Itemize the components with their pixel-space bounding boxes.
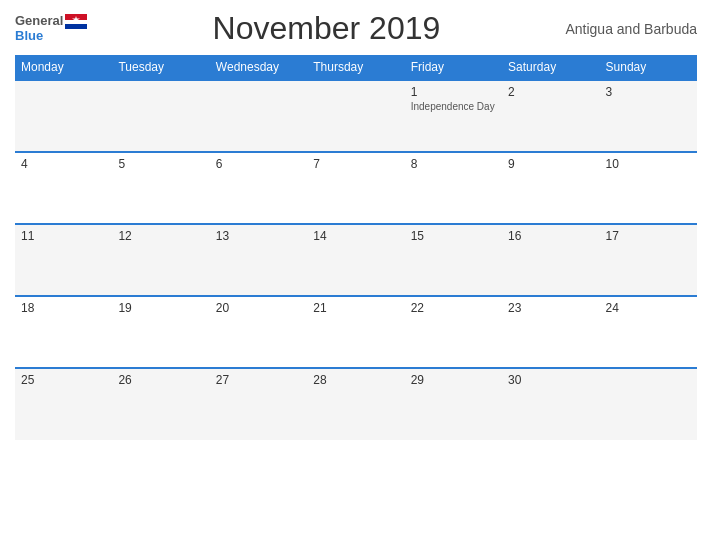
calendar-cell — [112, 80, 209, 152]
calendar-week-row: 252627282930 — [15, 368, 697, 440]
day-number: 2 — [508, 85, 593, 99]
header: General Blue November 2019 Antigua and B… — [15, 10, 697, 47]
calendar-cell: 8 — [405, 152, 502, 224]
day-number: 8 — [411, 157, 496, 171]
day-number: 20 — [216, 301, 301, 315]
day-number: 27 — [216, 373, 301, 387]
header-friday: Friday — [405, 55, 502, 80]
day-number: 24 — [606, 301, 691, 315]
day-number: 12 — [118, 229, 203, 243]
calendar-cell: 16 — [502, 224, 599, 296]
day-number: 9 — [508, 157, 593, 171]
day-number: 26 — [118, 373, 203, 387]
calendar-cell — [307, 80, 404, 152]
calendar-table: Monday Tuesday Wednesday Thursday Friday… — [15, 55, 697, 440]
day-number: 7 — [313, 157, 398, 171]
calendar-cell: 3 — [600, 80, 697, 152]
logo-general-text: General — [15, 14, 63, 28]
calendar-week-row: 1Independence Day23 — [15, 80, 697, 152]
day-number: 13 — [216, 229, 301, 243]
day-number: 28 — [313, 373, 398, 387]
calendar-cell: 28 — [307, 368, 404, 440]
calendar-cell: 1Independence Day — [405, 80, 502, 152]
calendar-cell: 23 — [502, 296, 599, 368]
country-label: Antigua and Barbuda — [565, 21, 697, 37]
calendar-cell: 10 — [600, 152, 697, 224]
day-number: 17 — [606, 229, 691, 243]
logo-blue-text: Blue — [15, 29, 43, 43]
calendar-cell: 17 — [600, 224, 697, 296]
day-number: 30 — [508, 373, 593, 387]
svg-rect-3 — [65, 20, 87, 24]
calendar-cell — [210, 80, 307, 152]
calendar-cell: 15 — [405, 224, 502, 296]
calendar-cell: 21 — [307, 296, 404, 368]
calendar-week-row: 45678910 — [15, 152, 697, 224]
calendar-cell: 19 — [112, 296, 209, 368]
calendar-cell: 11 — [15, 224, 112, 296]
calendar-cell: 9 — [502, 152, 599, 224]
holiday-label: Independence Day — [411, 101, 496, 112]
calendar-cell: 2 — [502, 80, 599, 152]
header-sunday: Sunday — [600, 55, 697, 80]
day-number: 5 — [118, 157, 203, 171]
day-number: 3 — [606, 85, 691, 99]
calendar-cell: 24 — [600, 296, 697, 368]
day-number: 25 — [21, 373, 106, 387]
calendar-cell: 18 — [15, 296, 112, 368]
day-number: 18 — [21, 301, 106, 315]
header-monday: Monday — [15, 55, 112, 80]
calendar-cell: 29 — [405, 368, 502, 440]
weekday-header-row: Monday Tuesday Wednesday Thursday Friday… — [15, 55, 697, 80]
calendar-cell: 27 — [210, 368, 307, 440]
calendar-week-row: 18192021222324 — [15, 296, 697, 368]
calendar-cell: 14 — [307, 224, 404, 296]
day-number: 14 — [313, 229, 398, 243]
header-tuesday: Tuesday — [112, 55, 209, 80]
calendar-cell: 5 — [112, 152, 209, 224]
day-number: 1 — [411, 85, 496, 99]
day-number: 15 — [411, 229, 496, 243]
calendar-cell — [600, 368, 697, 440]
calendar-cell — [15, 80, 112, 152]
calendar-cell: 4 — [15, 152, 112, 224]
day-number: 6 — [216, 157, 301, 171]
calendar-cell: 25 — [15, 368, 112, 440]
flag-icon — [65, 14, 87, 29]
calendar-cell: 7 — [307, 152, 404, 224]
calendar-week-row: 11121314151617 — [15, 224, 697, 296]
svg-rect-2 — [65, 24, 87, 29]
day-number: 16 — [508, 229, 593, 243]
calendar-cell: 12 — [112, 224, 209, 296]
day-number: 10 — [606, 157, 691, 171]
day-number: 22 — [411, 301, 496, 315]
calendar-cell: 30 — [502, 368, 599, 440]
calendar-cell: 26 — [112, 368, 209, 440]
calendar-cell: 22 — [405, 296, 502, 368]
calendar-cell: 6 — [210, 152, 307, 224]
month-title: November 2019 — [87, 10, 565, 47]
logo: General Blue — [15, 14, 87, 43]
header-saturday: Saturday — [502, 55, 599, 80]
calendar-cell: 13 — [210, 224, 307, 296]
header-thursday: Thursday — [307, 55, 404, 80]
day-number: 4 — [21, 157, 106, 171]
day-number: 29 — [411, 373, 496, 387]
calendar-cell: 20 — [210, 296, 307, 368]
day-number: 23 — [508, 301, 593, 315]
day-number: 11 — [21, 229, 106, 243]
calendar-page: General Blue November 2019 Antigua and B… — [0, 0, 712, 550]
header-wednesday: Wednesday — [210, 55, 307, 80]
day-number: 19 — [118, 301, 203, 315]
day-number: 21 — [313, 301, 398, 315]
